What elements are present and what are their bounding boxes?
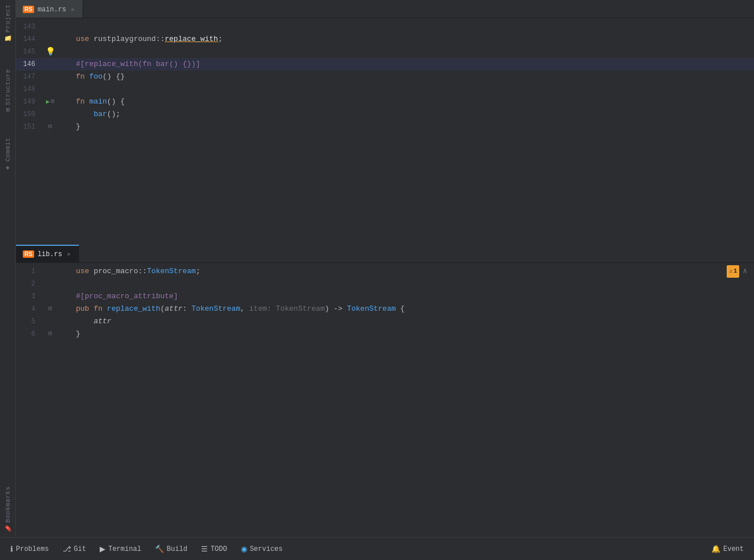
line-number: 146 — [16, 58, 44, 71]
event-icon: 🔔 — [711, 545, 720, 554]
line-number: 2 — [16, 278, 44, 290]
tab-main-rs[interactable]: RS main.rs ✕ — [16, 0, 83, 18]
line-content: } — [56, 121, 754, 133]
table-row: 4 ⊟ pub fn replace_with(attr: TokenStrea… — [16, 303, 754, 315]
line-content: bar(); — [56, 108, 754, 121]
warning-count: 1 — [733, 265, 737, 278]
commit-icon: ◈ — [4, 164, 11, 172]
line-content: #[replace_with(fn bar() {})] — [56, 58, 754, 71]
side-panel: 📁 Project ⊞ Structure ◈ Commit 🔖 Bookmar… — [0, 0, 16, 537]
info-icon: ℹ — [10, 545, 13, 554]
line-gutter: ⊟ — [44, 328, 56, 340]
table-row: 5 attr — [16, 315, 754, 328]
main-rs-close-button[interactable]: ✕ — [69, 5, 76, 14]
line-content: use rustplayground::replace_with; — [56, 33, 754, 46]
table-row: 149 ▶ ⊟ fn main() { — [16, 96, 754, 108]
structure-icon: ⊞ — [4, 108, 11, 112]
problems-label: Problems — [16, 545, 49, 553]
line-gutter: ⊟ — [44, 303, 56, 315]
line-content: fn main() { — [56, 96, 754, 108]
table-row: 146 #[replace_with(fn bar() {})] — [16, 58, 754, 71]
git-label: Git — [74, 545, 87, 553]
line-gutter: ⊟ — [44, 121, 56, 133]
services-button[interactable]: ◉ Services — [235, 542, 289, 555]
terminal-icon: ▶ — [100, 545, 105, 553]
line-number: 150 — [16, 108, 44, 121]
line-number: 144 — [16, 33, 44, 46]
line-content: fn foo() {} — [56, 71, 754, 83]
bottom-pane: RS lib.rs ✕ 1 use proc_macro::TokenStrea… — [16, 245, 754, 537]
line-number: 143 — [16, 20, 44, 33]
fold-icon[interactable]: ⊟ — [51, 96, 54, 108]
git-button[interactable]: ⎇ Git — [57, 542, 92, 555]
terminal-label: Terminal — [108, 545, 141, 553]
line-number: 3 — [16, 290, 44, 303]
fold-icon[interactable]: ⊟ — [48, 121, 52, 133]
line-number: 151 — [16, 121, 44, 133]
table-row: 148 — [16, 83, 754, 96]
sidebar-item-project[interactable]: 📁 Project — [2, 0, 14, 47]
run-button[interactable]: ▶ — [46, 96, 50, 108]
line-number: 5 — [16, 315, 44, 328]
warning-icon: ⚠ — [729, 265, 732, 278]
main-rs-tab-bar: RS main.rs ✕ — [16, 0, 754, 18]
top-pane: RS main.rs ✕ 143 144 use rustplayground:… — [16, 0, 754, 245]
terminal-button[interactable]: ▶ Terminal — [94, 542, 147, 555]
line-number: 145 — [16, 46, 44, 58]
lib-rs-close-button[interactable]: ✕ — [65, 250, 72, 258]
todo-label: TODO — [211, 545, 227, 553]
chevron-up-icon[interactable]: ∧ — [743, 265, 747, 278]
sidebar-item-commit[interactable]: ◈ Commit — [2, 133, 14, 176]
sidebar-item-bookmarks[interactable]: 🔖 Bookmarks — [2, 482, 14, 537]
lightbulb-icon[interactable]: 💡 — [46, 46, 55, 58]
status-bar: ℹ Problems ⎇ Git ▶ Terminal 🔨 Build ☰ TO… — [0, 537, 754, 560]
todo-button[interactable]: ☰ TODO — [195, 542, 233, 555]
line-number: 148 — [16, 83, 44, 96]
table-row: 151 ⊟ } — [16, 121, 754, 133]
line-number: 6 — [16, 328, 44, 340]
sidebar-item-structure[interactable]: ⊞ Structure — [2, 64, 14, 116]
table-row: 143 — [16, 20, 754, 33]
lib-rs-tab-label: lib.rs — [38, 250, 62, 258]
event-button[interactable]: 🔔 Event — [706, 542, 749, 556]
lib-rs-tab-bar: RS lib.rs ✕ — [16, 245, 754, 263]
line-number: 1 — [16, 265, 44, 278]
todo-icon: ☰ — [201, 545, 208, 553]
lib-rs-file-icon: RS — [23, 250, 34, 258]
table-row: 2 — [16, 278, 754, 290]
warning-section: ⚠ 1 ∧ — [722, 265, 754, 278]
warning-badge: ⚠ 1 — [727, 265, 739, 278]
git-icon: ⎇ — [63, 545, 71, 553]
line-content: attr — [56, 315, 754, 328]
line-gutter: ▶ ⊟ — [44, 96, 56, 108]
build-button[interactable]: 🔨 Build — [149, 542, 193, 556]
problems-button[interactable]: ℹ Problems — [5, 542, 55, 556]
table-row: 144 use rustplayground::replace_with; — [16, 33, 754, 46]
line-gutter: 💡 — [44, 46, 56, 58]
line-content: #[proc_macro_attribute] — [56, 290, 754, 303]
event-label: Event — [723, 545, 744, 553]
table-row: 147 fn foo() {} — [16, 71, 754, 83]
build-label: Build — [167, 545, 187, 553]
table-row: 3 #[proc_macro_attribute] — [16, 290, 754, 303]
lib-rs-code-area[interactable]: 1 use proc_macro::TokenStream; ⚠ 1 ∧ 2 — [16, 263, 754, 537]
table-row: 145 💡 — [16, 46, 754, 58]
table-row: 6 ⊟ } — [16, 328, 754, 340]
line-content: } — [56, 328, 754, 340]
main-rs-file-icon: RS — [23, 6, 34, 13]
tab-lib-rs[interactable]: RS lib.rs ✕ — [16, 245, 79, 262]
fold-icon[interactable]: ⊟ — [48, 328, 52, 340]
line-number: 147 — [16, 71, 44, 83]
folder-icon: 📁 — [4, 35, 11, 43]
editor-container: RS main.rs ✕ 143 144 use rustplayground:… — [16, 0, 754, 537]
main-rs-code-area[interactable]: 143 144 use rustplayground::replace_with… — [16, 18, 754, 245]
line-content: use proc_macro::TokenStream; ⚠ 1 ∧ — [56, 265, 754, 278]
main-rs-tab-label: main.rs — [38, 6, 66, 14]
services-icon: ◉ — [241, 545, 247, 553]
bookmark-icon: 🔖 — [4, 525, 11, 533]
line-number: 4 — [16, 303, 44, 315]
line-number: 149 — [16, 96, 44, 108]
fold-icon[interactable]: ⊟ — [48, 303, 52, 315]
table-row: 1 use proc_macro::TokenStream; ⚠ 1 ∧ — [16, 265, 754, 278]
build-icon: 🔨 — [155, 545, 164, 554]
